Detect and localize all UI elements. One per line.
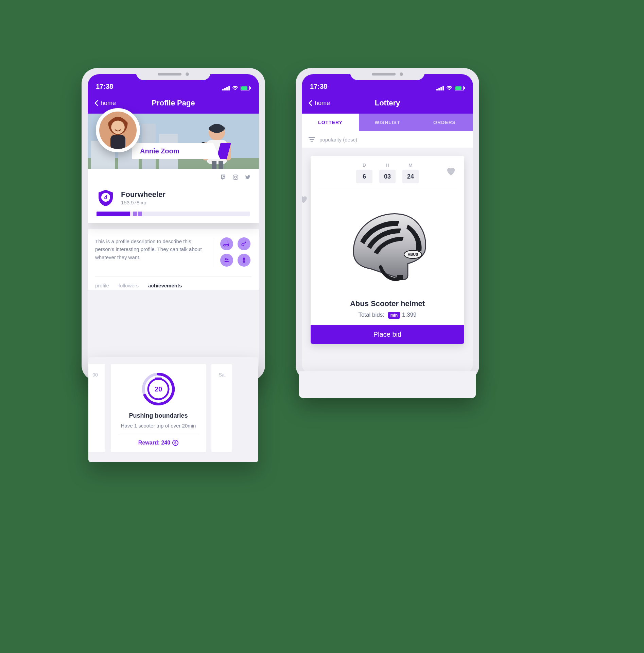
achievement-reward: Reward: 240 $ (118, 435, 199, 446)
interest-traffic-icon[interactable] (238, 254, 250, 267)
achievement-card[interactable]: 20 Pushing boundaries Have 1 scooter tri… (111, 364, 206, 452)
svg-rect-1 (224, 88, 226, 90)
interest-key-icon[interactable] (238, 237, 250, 250)
svg-rect-39 (155, 378, 162, 380)
chevron-left-icon (309, 100, 313, 106)
name-plate: Annie Zoom (132, 143, 220, 159)
svg-point-25 (234, 176, 237, 178)
svg-rect-56 (397, 275, 403, 280)
instagram-icon[interactable] (232, 174, 239, 180)
back-button[interactable]: home (309, 100, 330, 107)
svg-point-29 (242, 244, 244, 246)
place-bid-button[interactable]: Place bid (311, 325, 464, 344)
filter-icon (309, 137, 315, 142)
product-image: ABUS (318, 194, 457, 296)
svg-rect-46 (440, 87, 442, 90)
social-links (220, 174, 251, 180)
front-camera (400, 72, 403, 76)
svg-text:$: $ (174, 441, 176, 445)
twitch-icon[interactable] (220, 174, 226, 180)
heart-icon (446, 167, 456, 176)
svg-rect-0 (222, 89, 224, 90)
avatar[interactable] (96, 108, 140, 152)
tab-orders[interactable]: ORDERS (416, 114, 473, 131)
twitter-icon[interactable] (245, 174, 251, 180)
screen-lottery: 17:38 home Lottery LOTTERY WISHLIST ORDE… (302, 74, 473, 375)
profile-subtabs: profile followers achievements (95, 276, 251, 288)
front-camera (186, 72, 189, 76)
status-time: 17:38 (310, 83, 327, 90)
profile-card: 4 Fourwheeler 153.978 xp (88, 169, 259, 223)
profile-description: This is a profile description to describ… (95, 237, 214, 267)
battery-icon (241, 86, 251, 90)
countdown-hours-label: H (379, 163, 396, 168)
svg-rect-44 (436, 89, 438, 90)
nav-bar: home Lottery (302, 93, 473, 114)
wifi-icon (446, 86, 453, 90)
bids-pill: min (388, 312, 400, 319)
filter-bar[interactable]: popularity (desc) (302, 131, 473, 148)
coin-icon: $ (172, 440, 178, 446)
status-icons (222, 86, 251, 90)
lottery-tabs: LOTTERY WISHLIST ORDERS (302, 114, 473, 131)
svg-rect-47 (442, 86, 444, 90)
svg-point-22 (111, 120, 125, 134)
phone-notch (350, 68, 425, 80)
battery-icon (455, 86, 465, 90)
svg-rect-53 (311, 141, 313, 142)
interest-icon-grid (220, 237, 251, 267)
status-time: 17:38 (96, 83, 113, 90)
xp-progress-fill (97, 212, 130, 216)
phone-mockup-profile: 17:38 home Profile Page (82, 68, 265, 381)
svg-rect-51 (309, 137, 315, 138)
achievement-overflow: 00 20 Pushing boundaries Have 1 scooter … (88, 357, 258, 462)
back-button[interactable]: home (94, 100, 116, 107)
xp-progress-stripe (138, 212, 142, 216)
speaker-grille (158, 73, 181, 76)
svg-rect-49 (455, 86, 462, 90)
tab-profile[interactable]: profile (95, 283, 109, 288)
tab-followers[interactable]: followers (119, 283, 139, 288)
bids-label: Total bids: (358, 312, 384, 318)
lottery-body: D 6 H 03 M 24 (302, 148, 473, 344)
interest-scooter-icon[interactable] (220, 237, 233, 250)
achievement-card-prev[interactable]: 00 (88, 364, 105, 452)
svg-rect-45 (438, 88, 440, 90)
chevron-left-icon (94, 100, 99, 106)
rank-title: Fourwheeler (121, 190, 166, 199)
countdown-days-label: D (356, 163, 372, 168)
prev-card-peek: 00 (92, 372, 98, 378)
wifi-icon (232, 86, 239, 90)
xp-progress-bar (97, 212, 250, 216)
svg-rect-5 (241, 86, 247, 90)
svg-rect-2 (226, 87, 228, 90)
tab-achievements[interactable]: achievements (148, 283, 182, 288)
svg-point-31 (227, 258, 228, 260)
countdown-hours-value: 03 (379, 170, 396, 183)
achievement-subtitle: Have 1 scooter trip of over 20min (121, 422, 196, 429)
countdown-days: D 6 (356, 163, 372, 183)
interest-group-icon[interactable] (220, 254, 233, 267)
countdown-minutes: M 24 (402, 163, 419, 183)
svg-rect-52 (310, 139, 314, 140)
lottery-overflow-shadow (299, 371, 476, 398)
tab-lottery[interactable]: LOTTERY (302, 114, 359, 131)
svg-point-30 (225, 258, 227, 260)
xp-progress-stripe (133, 212, 137, 216)
svg-text:4: 4 (104, 194, 107, 201)
favorite-button[interactable] (446, 167, 456, 177)
description-row: This is a profile description to describ… (95, 237, 251, 267)
phone-notch (136, 68, 211, 80)
svg-point-26 (237, 175, 237, 176)
profile-name: Annie Zoom (140, 147, 179, 155)
speaker-grille (372, 73, 396, 76)
signal-icon (222, 86, 230, 90)
next-card-peek: Sa (219, 372, 224, 378)
place-bid-label: Place bid (373, 331, 401, 338)
back-label: home (101, 100, 116, 107)
svg-rect-50 (464, 87, 465, 89)
achievement-card-next[interactable]: Sa (211, 364, 232, 452)
rank-xp: 153.978 xp (121, 200, 166, 205)
countdown-minutes-label: M (402, 163, 419, 168)
tab-wishlist[interactable]: WISHLIST (359, 114, 416, 131)
